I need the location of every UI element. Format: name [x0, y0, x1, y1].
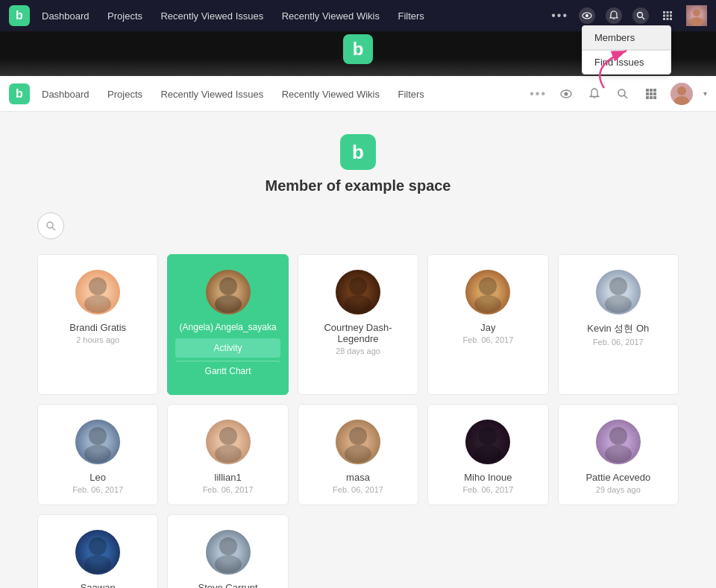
member-name-saawan: Saawan	[81, 582, 116, 588]
svg-rect-23	[646, 92, 649, 95]
nav-link-filters[interactable]: Filters	[398, 10, 424, 22]
member-name-kevin: Kevin 성현 Oh	[587, 322, 649, 335]
member-date-courtney: 28 days ago	[336, 347, 380, 355]
svg-rect-4	[663, 11, 665, 13]
main-avatar-caret[interactable]: ▾	[703, 89, 707, 98]
ghost-user-avatar[interactable]	[686, 5, 707, 26]
main-nav-recently-issues[interactable]: Recently Viewed Issues	[160, 89, 263, 100]
page-title: Member of example space	[266, 177, 451, 195]
main-user-avatar[interactable]	[671, 83, 693, 105]
page-content: b Member of example space Brandi Gratis2…	[0, 112, 716, 588]
ghost-nav: b Dashboard Projects Recently Viewed Iss…	[0, 0, 716, 31]
svg-point-51	[609, 427, 627, 445]
svg-rect-5	[667, 11, 669, 13]
svg-rect-9	[670, 15, 672, 17]
member-card-leo[interactable]: LeoFeb. 06, 2017	[37, 404, 158, 505]
svg-point-29	[677, 86, 686, 95]
nav-link-dashboard[interactable]: Dashboard	[42, 10, 90, 22]
svg-point-13	[693, 9, 700, 16]
member-avatar-lillian	[206, 420, 251, 464]
svg-rect-8	[667, 15, 669, 17]
ghost-search-icon[interactable]	[632, 7, 649, 24]
member-card-masa[interactable]: masaFeb. 06, 2017	[298, 404, 418, 505]
member-date-masa: Feb. 06, 2017	[333, 485, 383, 494]
svg-point-48	[345, 445, 371, 463]
member-card-lillian[interactable]: lillian1Feb. 06, 2017	[167, 404, 288, 505]
main-nav-projects[interactable]: Projects	[107, 89, 142, 100]
member-date-leo: Feb. 06, 2017	[72, 485, 123, 494]
dropdown-find-issues-item[interactable]: Find Issues	[582, 51, 671, 74]
dropdown-members-item[interactable]: Members	[582, 26, 671, 51]
member-card-saawan[interactable]: Saawan29 days ago	[37, 514, 158, 588]
search-bar[interactable]	[37, 212, 64, 239]
svg-point-45	[219, 427, 237, 445]
member-card-miho[interactable]: Miho InoueFeb. 06, 2017	[427, 404, 548, 505]
svg-point-33	[89, 277, 107, 295]
svg-point-43	[89, 427, 107, 445]
activity-button-angela[interactable]: Activity	[175, 338, 280, 358]
svg-point-18	[618, 89, 625, 96]
main-bell-icon[interactable]	[585, 85, 603, 103]
main-nav-right: ••• ▾	[530, 83, 707, 105]
members-dropdown: Members Find Issues	[582, 25, 671, 75]
main-grid-icon[interactable]	[642, 85, 660, 103]
svg-point-49	[479, 427, 497, 445]
ghost-bell-icon[interactable]	[606, 7, 622, 24]
main-eye-icon[interactable]	[557, 85, 575, 103]
ghost-eye-icon[interactable]	[579, 7, 595, 24]
svg-rect-12	[670, 18, 672, 20]
member-date-jay: Feb. 06, 2017	[462, 335, 513, 344]
member-card-steve[interactable]: Steve Carrupt27 days ago	[167, 514, 288, 588]
member-name-courtney: Courtney Dash-Legendre	[306, 322, 410, 344]
svg-rect-26	[646, 96, 649, 99]
member-name-miho: Miho Inoue	[464, 472, 512, 483]
svg-point-40	[474, 295, 501, 313]
main-nav-filters[interactable]: Filters	[398, 89, 424, 100]
member-card-courtney[interactable]: Courtney Dash-Legendre28 days ago	[298, 254, 418, 395]
member-card-brandi[interactable]: Brandi Gratis2 hours ago	[37, 254, 158, 395]
member-avatar-masa	[336, 420, 380, 464]
page-header: b Member of example space	[15, 134, 701, 195]
main-nav-links: Dashboard Projects Recently Viewed Issue…	[42, 87, 439, 101]
main-nav-dashboard[interactable]: Dashboard	[42, 89, 90, 100]
svg-rect-7	[663, 15, 665, 17]
svg-point-52	[605, 445, 632, 463]
svg-point-50	[474, 445, 501, 463]
svg-rect-24	[650, 92, 653, 95]
main-nav-recently-wikis[interactable]: Recently Viewed Wikis	[282, 89, 380, 100]
svg-point-46	[215, 445, 242, 463]
ghost-logo: b	[9, 5, 30, 26]
svg-rect-6	[670, 11, 672, 13]
svg-point-1	[585, 14, 588, 17]
member-avatar-saawan	[75, 530, 120, 575]
member-avatar-jay	[465, 270, 510, 314]
svg-point-38	[345, 295, 371, 313]
member-name-brandi: Brandi Gratis	[69, 322, 126, 333]
svg-line-19	[624, 95, 627, 98]
nav-link-recently-issues[interactable]: Recently Viewed Issues	[160, 10, 263, 22]
members-grid: Brandi Gratis2 hours ago(Angela) Angela_…	[37, 254, 679, 588]
svg-point-47	[349, 427, 367, 445]
member-avatar-angela	[206, 270, 251, 314]
main-nav: b Dashboard Projects Recently Viewed Iss…	[0, 76, 716, 112]
member-avatar-miho	[465, 420, 510, 464]
member-card-pattie[interactable]: Pattie Acevedo29 days ago	[558, 404, 679, 505]
member-date-kevin: Feb. 06, 2017	[593, 338, 644, 347]
svg-point-55	[219, 537, 237, 555]
member-card-angela[interactable]: (Angela) Angela_sayakaActivityGantt Char…	[167, 254, 288, 395]
main-more-icon[interactable]: •••	[530, 87, 547, 101]
gantt-chart-button-angela[interactable]: Gantt Chart	[175, 361, 280, 381]
main-search-icon[interactable]	[614, 85, 632, 103]
svg-point-31	[47, 222, 53, 228]
ghost-grid-icon[interactable]	[659, 7, 676, 24]
svg-point-44	[84, 445, 111, 463]
member-avatar-steve	[206, 530, 251, 575]
member-date-brandi: 2 hours ago	[76, 335, 119, 344]
svg-rect-11	[667, 18, 669, 20]
member-name-masa: masa	[346, 472, 370, 483]
more-options-icon[interactable]: •••	[551, 9, 568, 22]
nav-link-projects[interactable]: Projects	[107, 10, 142, 22]
member-card-jay[interactable]: JayFeb. 06, 2017	[427, 254, 548, 395]
nav-link-recently-wikis[interactable]: Recently Viewed Wikis	[282, 10, 380, 22]
member-card-kevin[interactable]: Kevin 성현 OhFeb. 06, 2017	[558, 254, 679, 395]
